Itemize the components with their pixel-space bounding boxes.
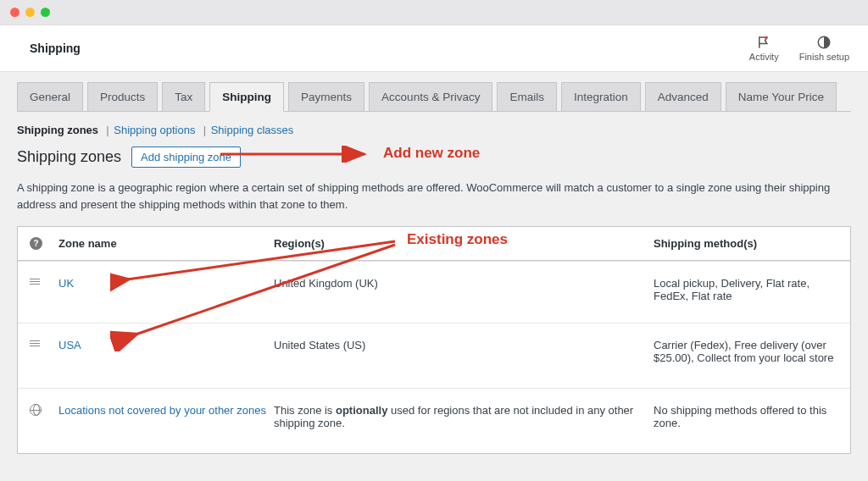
add-shipping-zone-button[interactable]: Add shipping zone	[131, 147, 241, 168]
window-titlebar	[0, 0, 868, 25]
zone-methods: No shipping methods offered to this zone…	[654, 404, 838, 429]
drag-handle-icon[interactable]	[30, 277, 40, 286]
activity-label: Activity	[749, 52, 779, 62]
section-heading: Shipping zones	[17, 148, 121, 166]
zone-name-link[interactable]: UK	[58, 277, 74, 290]
content-area: General Products Tax Shipping Payments A…	[0, 72, 868, 454]
page-header: Shipping Activity Finish setup	[0, 25, 868, 72]
finish-setup-label: Finish setup	[799, 52, 849, 62]
tab-payments[interactable]: Payments	[288, 82, 364, 112]
col-header-method: Shipping method(s)	[654, 237, 838, 250]
minimize-window-dot[interactable]	[25, 8, 35, 17]
tab-name-your-price[interactable]: Name Your Price	[726, 82, 837, 112]
zone-methods: Local pickup, Delivery, Flat rate, FedEx…	[654, 277, 838, 302]
header-actions: Activity Finish setup	[749, 35, 849, 62]
svg-point-0	[765, 36, 768, 39]
subnav-options[interactable]: Shipping options	[114, 124, 195, 136]
zone-region: United Kingdom (UK)	[274, 277, 654, 290]
tab-integration[interactable]: Integration	[561, 82, 641, 112]
col-header-region: Region(s)	[274, 237, 654, 250]
section-description: A shipping zone is a geographic region w…	[17, 180, 848, 213]
shipping-subnav: Shipping zones | Shipping options | Ship…	[17, 124, 851, 136]
globe-icon	[30, 404, 42, 416]
zone-region: This zone is optionally used for regions…	[274, 404, 654, 429]
tab-emails[interactable]: Emails	[497, 82, 557, 112]
subnav-classes[interactable]: Shipping classes	[211, 124, 294, 136]
zone-methods: Carrier (Fedex), Free delivery (over $25…	[654, 339, 838, 364]
table-row-fallback: Locations not covered by your other zone…	[18, 388, 850, 453]
table-row: UK United Kingdom (UK) Local pickup, Del…	[18, 261, 850, 323]
close-window-dot[interactable]	[10, 8, 19, 17]
tab-general[interactable]: General	[17, 82, 83, 112]
col-header-name: Zone name	[58, 237, 274, 250]
zones-table: ? Zone name Region(s) Shipping method(s)…	[17, 226, 851, 454]
zone-region: United States (US)	[274, 339, 654, 351]
activity-flag-icon	[756, 35, 771, 50]
page-title: Shipping	[30, 41, 81, 55]
table-header: ? Zone name Region(s) Shipping method(s)	[18, 227, 850, 261]
tab-advanced[interactable]: Advanced	[645, 82, 721, 112]
drag-handle-icon[interactable]	[30, 339, 40, 348]
help-icon[interactable]: ?	[30, 237, 42, 250]
tab-tax[interactable]: Tax	[162, 82, 205, 112]
settings-tabs: General Products Tax Shipping Payments A…	[17, 82, 851, 112]
tab-shipping[interactable]: Shipping	[209, 82, 284, 112]
tab-products[interactable]: Products	[87, 82, 158, 112]
progress-circle-icon	[816, 35, 832, 50]
subnav-zones[interactable]: Shipping zones	[17, 124, 98, 136]
zone-name-link[interactable]: Locations not covered by your other zone…	[58, 404, 266, 417]
tab-accounts-privacy[interactable]: Accounts & Privacy	[369, 82, 492, 112]
table-row: USA United States (US) Carrier (Fedex), …	[18, 323, 850, 388]
maximize-window-dot[interactable]	[41, 8, 50, 17]
finish-setup-button[interactable]: Finish setup	[799, 35, 849, 62]
activity-button[interactable]: Activity	[749, 35, 779, 62]
zone-name-link[interactable]: USA	[58, 339, 81, 351]
